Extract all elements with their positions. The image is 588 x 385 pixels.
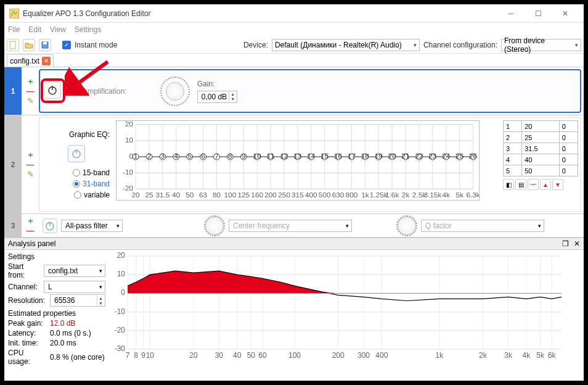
add-button[interactable]: ＋ bbox=[25, 217, 36, 225]
eq-tool-4[interactable]: ▲ bbox=[540, 179, 551, 190]
svg-text:1k: 1k bbox=[361, 191, 369, 199]
peak-gain-label: Peak gain: bbox=[8, 319, 47, 328]
svg-text:25: 25 bbox=[455, 152, 464, 160]
tab-close-icon[interactable]: ✕ bbox=[42, 57, 51, 65]
minimize-button[interactable]: ─ bbox=[497, 5, 525, 22]
start-from-select[interactable]: config.txt▾ bbox=[44, 265, 105, 277]
analysis-panel-header: Analysis panel ❐ ✕ bbox=[4, 238, 584, 250]
power-toggle[interactable] bbox=[44, 81, 61, 99]
maximize-button[interactable]: ☐ bbox=[525, 5, 552, 22]
toolbar: ✓ Instant mode Device: Default (Динамики… bbox=[4, 36, 584, 54]
filter-type-select[interactable]: All-pass filter▾ bbox=[61, 220, 123, 232]
svg-text:10: 10 bbox=[117, 270, 126, 278]
app-icon bbox=[9, 9, 19, 19]
eq-graph[interactable]: -20-100102012345678910111213141516171819… bbox=[113, 118, 500, 211]
svg-text:7: 7 bbox=[214, 152, 219, 160]
svg-text:6.3k: 6.3k bbox=[466, 191, 480, 199]
center-freq-field[interactable]: Center frequency▾ bbox=[229, 220, 352, 232]
band-variable-radio[interactable]: variable bbox=[74, 191, 110, 199]
svg-text:80: 80 bbox=[213, 191, 221, 199]
analysis-plot[interactable]: -30-20-100102078910203040506010020030040… bbox=[109, 250, 584, 365]
eq-tool-3[interactable]: 〰 bbox=[528, 179, 539, 190]
svg-text:20: 20 bbox=[125, 120, 134, 128]
menubar: File Edit View Settings bbox=[4, 23, 584, 36]
block-body[interactable]: Preamplification: Gain: 0,00 dB ▲▼ bbox=[39, 69, 581, 113]
svg-text:10: 10 bbox=[125, 136, 134, 144]
device-select[interactable]: Default (Динамики - Realtek(R) Audio)▾ bbox=[272, 39, 420, 51]
svg-text:800: 800 bbox=[346, 191, 358, 199]
eq-tool-2[interactable]: ▤ bbox=[515, 179, 526, 190]
svg-text:-20: -20 bbox=[115, 326, 126, 334]
edit-button[interactable]: ✎ bbox=[25, 170, 36, 179]
center-freq-knob[interactable] bbox=[204, 215, 225, 236]
svg-text:315: 315 bbox=[292, 191, 304, 199]
q-knob[interactable] bbox=[396, 215, 417, 236]
menu-settings[interactable]: Settings bbox=[75, 25, 101, 34]
remove-button[interactable]: — bbox=[25, 160, 36, 169]
svg-text:25: 25 bbox=[145, 191, 153, 199]
block-actions: ＋ — ✎ bbox=[22, 67, 39, 115]
tabbar: config.txt ✕ bbox=[4, 54, 584, 67]
edit-button[interactable]: ✎ bbox=[25, 97, 36, 106]
svg-text:18: 18 bbox=[361, 152, 370, 160]
remove-button[interactable]: — bbox=[25, 87, 36, 96]
menu-view[interactable]: View bbox=[50, 25, 66, 34]
svg-text:50: 50 bbox=[247, 351, 256, 360]
filter-block-2: 2 ＋ — ✎ Graphic EQ: 15-band 31-band vari… bbox=[4, 115, 584, 214]
start-from-label: Start from: bbox=[8, 262, 41, 279]
svg-text:10: 10 bbox=[253, 152, 262, 160]
svg-text:5k: 5k bbox=[455, 191, 463, 199]
file-tab[interactable]: config.txt ✕ bbox=[7, 54, 54, 67]
svg-text:40: 40 bbox=[172, 191, 181, 199]
open-file-button[interactable] bbox=[23, 39, 35, 51]
svg-text:160: 160 bbox=[251, 191, 263, 199]
svg-text:60: 60 bbox=[258, 351, 267, 360]
close-panel-icon[interactable]: ✕ bbox=[574, 239, 580, 248]
svg-text:300: 300 bbox=[357, 351, 370, 360]
band-31-radio[interactable]: 31-band bbox=[73, 180, 110, 188]
svg-text:3: 3 bbox=[161, 152, 165, 160]
block-number: 1 bbox=[4, 67, 22, 115]
svg-text:20: 20 bbox=[117, 252, 126, 260]
cpu-usage-label: CPU usage: bbox=[8, 349, 47, 366]
add-button[interactable]: ＋ bbox=[25, 151, 36, 159]
power-toggle[interactable] bbox=[68, 145, 85, 162]
svg-text:8: 8 bbox=[134, 351, 138, 360]
svg-text:400: 400 bbox=[305, 191, 317, 199]
preamp-label: Preamplification: bbox=[72, 87, 127, 96]
block-body: Graphic EQ: 15-band 31-band variable -20… bbox=[39, 117, 581, 212]
svg-text:4k: 4k bbox=[523, 351, 531, 360]
menu-edit[interactable]: Edit bbox=[28, 25, 41, 34]
gain-knob[interactable] bbox=[160, 77, 190, 106]
gain-spinner[interactable]: 0,00 dB ▲▼ bbox=[197, 91, 237, 103]
graphic-eq-label: Graphic EQ: bbox=[69, 130, 110, 139]
svg-text:14: 14 bbox=[307, 152, 316, 160]
new-file-button[interactable] bbox=[7, 39, 19, 51]
detach-icon[interactable]: ❐ bbox=[562, 239, 569, 248]
svg-text:6k: 6k bbox=[548, 351, 557, 360]
svg-text:1: 1 bbox=[134, 152, 138, 160]
svg-text:630: 630 bbox=[332, 191, 345, 199]
channel-select[interactable]: L▾ bbox=[44, 281, 105, 293]
save-file-button[interactable] bbox=[39, 39, 51, 51]
estimated-heading: Estimated properties bbox=[8, 309, 105, 318]
instant-mode-checkbox[interactable]: ✓ bbox=[62, 41, 71, 49]
power-toggle[interactable] bbox=[43, 218, 57, 233]
channel-config-select[interactable]: From device (Stereo)▾ bbox=[501, 39, 581, 51]
band-15-radio[interactable]: 15-band bbox=[73, 168, 110, 177]
svg-text:15: 15 bbox=[321, 152, 329, 160]
close-button[interactable]: ✕ bbox=[552, 5, 579, 22]
eq-tool-1[interactable]: ◧ bbox=[503, 179, 514, 190]
svg-text:19: 19 bbox=[375, 152, 383, 160]
svg-text:16: 16 bbox=[334, 152, 343, 160]
q-factor-field[interactable]: Q factor▾ bbox=[421, 220, 544, 232]
eq-tool-5[interactable]: ▼ bbox=[552, 179, 563, 190]
latency-label: Latency: bbox=[8, 329, 47, 337]
remove-button[interactable]: — bbox=[25, 226, 36, 235]
svg-text:3k: 3k bbox=[504, 351, 513, 360]
svg-text:22: 22 bbox=[415, 152, 423, 160]
svg-text:4k: 4k bbox=[443, 191, 451, 199]
menu-file[interactable]: File bbox=[8, 25, 20, 34]
add-button[interactable]: ＋ bbox=[25, 77, 36, 86]
resolution-spinner[interactable]: 65536▲▼ bbox=[50, 294, 105, 307]
